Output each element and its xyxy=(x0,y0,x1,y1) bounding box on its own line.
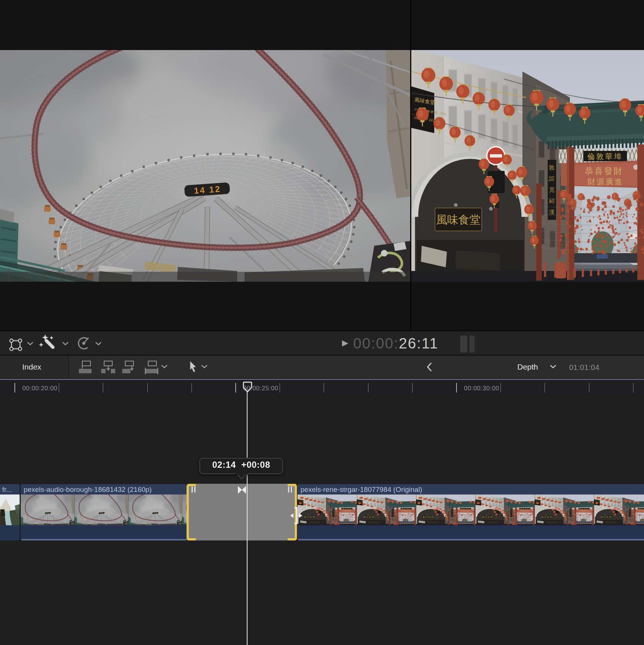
svg-text:00:00:30:00: 00:00:30:00 xyxy=(464,385,499,392)
svg-text:00:00:20:00: 00:00:20:00 xyxy=(22,385,57,392)
